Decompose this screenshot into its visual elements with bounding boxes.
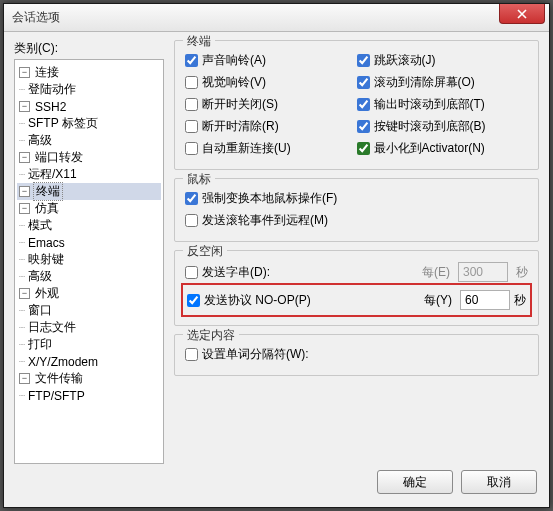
tree-leaf-icon: ┈ bbox=[19, 220, 24, 231]
tree-advanced2[interactable]: ┈高级 bbox=[17, 268, 161, 285]
dialog-footer: 确定 取消 bbox=[4, 464, 549, 500]
chk-clear-on-disc[interactable]: 断开时清除(R) bbox=[185, 115, 357, 137]
tree-file-transfer[interactable]: −文件传输 bbox=[17, 370, 161, 387]
highlight-box: 发送协议 NO-OP(P) 每(Y) 秒 bbox=[181, 283, 532, 317]
chk-visual-bell[interactable]: 视觉响铃(V) bbox=[185, 71, 357, 93]
close-icon bbox=[517, 9, 527, 19]
tree-login-action[interactable]: ┈登陆动作 bbox=[17, 81, 161, 98]
group-title-mouse: 鼠标 bbox=[183, 171, 215, 188]
chk-clear-on-scroll[interactable]: 滚动到清除屏幕(O) bbox=[357, 71, 529, 93]
input-interval-e bbox=[458, 262, 508, 282]
group-title-terminal: 终端 bbox=[183, 33, 215, 50]
tree-leaf-icon: ┈ bbox=[19, 356, 24, 367]
group-selection: 选定内容 设置单词分隔符(W): bbox=[174, 334, 539, 376]
chk-send-scroll-remote[interactable]: 发送滚轮事件到远程(M) bbox=[185, 209, 528, 231]
chk-scroll-bottom-out-box[interactable] bbox=[357, 98, 370, 111]
tree-appearance[interactable]: −外观 bbox=[17, 285, 161, 302]
collapse-icon[interactable]: − bbox=[19, 67, 30, 78]
chk-jump-scroll-box[interactable] bbox=[357, 54, 370, 67]
chk-visual-bell-box[interactable] bbox=[185, 76, 198, 89]
tree-leaf-icon: ┈ bbox=[19, 322, 24, 333]
collapse-icon[interactable]: − bbox=[19, 101, 30, 112]
dialog-window: 会话选项 类别(C): −连接 ┈登陆动作 −SSH2 ┈SFTP bbox=[3, 3, 550, 508]
tree-log-file[interactable]: ┈日志文件 bbox=[17, 319, 161, 336]
tree-advanced[interactable]: ┈高级 bbox=[17, 132, 161, 149]
tree-leaf-icon: ┈ bbox=[19, 339, 24, 350]
chk-force-local-mouse-box[interactable] bbox=[185, 192, 198, 205]
collapse-icon[interactable]: − bbox=[19, 373, 30, 384]
lbl-send-protocol: 发送协议 NO-OP(P) bbox=[204, 292, 311, 309]
chk-send-string-box[interactable] bbox=[185, 266, 198, 279]
unit-sec-2: 秒 bbox=[514, 292, 526, 309]
tree-emacs[interactable]: ┈Emacs bbox=[17, 234, 161, 251]
chk-word-delim[interactable]: 设置单词分隔符(W): bbox=[185, 343, 528, 365]
chk-clear-on-scroll-box[interactable] bbox=[357, 76, 370, 89]
cancel-button[interactable]: 取消 bbox=[461, 470, 537, 494]
group-title-anti-idle: 反空闲 bbox=[183, 243, 227, 260]
input-interval-y[interactable] bbox=[460, 290, 510, 310]
lbl-every-y: 每(Y) bbox=[424, 292, 452, 309]
chk-scroll-bottom-key[interactable]: 按键时滚动到底部(B) bbox=[357, 115, 529, 137]
group-title-selection: 选定内容 bbox=[183, 327, 239, 344]
chk-auto-reconnect-box[interactable] bbox=[185, 142, 198, 155]
tree-connection[interactable]: −连接 bbox=[17, 64, 161, 81]
chk-scroll-bottom-out[interactable]: 输出时滚动到底部(T) bbox=[357, 93, 529, 115]
unit-sec-1: 秒 bbox=[516, 264, 528, 281]
group-anti-idle: 反空闲 发送字串(D): 每(E) 秒 发送协议 NO-OP(P) 每(Y) bbox=[174, 250, 539, 326]
group-mouse: 鼠标 强制变换本地鼠标操作(F) 发送滚轮事件到远程(M) bbox=[174, 178, 539, 242]
tree-terminal[interactable]: −终端 bbox=[17, 183, 161, 200]
chk-audio-bell[interactable]: 声音响铃(A) bbox=[185, 49, 357, 71]
window-title: 会话选项 bbox=[12, 9, 60, 26]
tree-ftp-sftp[interactable]: ┈FTP/SFTP bbox=[17, 387, 161, 404]
tree-emulation[interactable]: −仿真 bbox=[17, 200, 161, 217]
lbl-every-e: 每(E) bbox=[422, 264, 450, 281]
tree-sftp-tab[interactable]: ┈SFTP 标签页 bbox=[17, 115, 161, 132]
tree-window[interactable]: ┈窗口 bbox=[17, 302, 161, 319]
chk-min-to-activator-box[interactable] bbox=[357, 142, 370, 155]
chk-scroll-bottom-key-box[interactable] bbox=[357, 120, 370, 133]
tree-leaf-icon: ┈ bbox=[19, 390, 24, 401]
chk-force-local-mouse[interactable]: 强制变换本地鼠标操作(F) bbox=[185, 187, 528, 209]
chk-close-on-disc-box[interactable] bbox=[185, 98, 198, 111]
tree-map-keys[interactable]: ┈映射键 bbox=[17, 251, 161, 268]
tree-leaf-icon: ┈ bbox=[19, 254, 24, 265]
tree-print[interactable]: ┈打印 bbox=[17, 336, 161, 353]
chk-send-protocol-box[interactable] bbox=[187, 294, 200, 307]
tree-leaf-icon: ┈ bbox=[19, 271, 24, 282]
category-label: 类别(C): bbox=[14, 40, 164, 57]
tree-leaf-icon: ┈ bbox=[19, 305, 24, 316]
chk-close-on-disc[interactable]: 断开时关闭(S) bbox=[185, 93, 357, 115]
chk-auto-reconnect[interactable]: 自动重新连接(U) bbox=[185, 137, 357, 159]
chk-audio-bell-box[interactable] bbox=[185, 54, 198, 67]
collapse-icon[interactable]: − bbox=[19, 288, 30, 299]
chk-jump-scroll[interactable]: 跳跃滚动(J) bbox=[357, 49, 529, 71]
ok-button[interactable]: 确定 bbox=[377, 470, 453, 494]
close-button[interactable] bbox=[499, 4, 545, 24]
group-terminal: 终端 声音响铃(A) 跳跃滚动(J) 视觉响铃(V) 滚动到清除屏幕(O) 断开… bbox=[174, 40, 539, 170]
tree-leaf-icon: ┈ bbox=[19, 169, 24, 180]
collapse-icon[interactable]: − bbox=[19, 203, 30, 214]
tree-leaf-icon: ┈ bbox=[19, 237, 24, 248]
chk-min-to-activator[interactable]: 最小化到Activator(N) bbox=[357, 137, 529, 159]
tree-xyzmodem[interactable]: ┈X/Y/Zmodem bbox=[17, 353, 161, 370]
tree-port-forward[interactable]: −端口转发 bbox=[17, 149, 161, 166]
category-tree[interactable]: −连接 ┈登陆动作 −SSH2 ┈SFTP 标签页 ┈高级 bbox=[14, 59, 164, 464]
tree-leaf-icon: ┈ bbox=[19, 84, 24, 95]
tree-leaf-icon: ┈ bbox=[19, 118, 24, 129]
collapse-icon[interactable]: − bbox=[19, 186, 30, 197]
tree-remote-x11[interactable]: ┈远程/X11 bbox=[17, 166, 161, 183]
chk-clear-on-disc-box[interactable] bbox=[185, 120, 198, 133]
titlebar[interactable]: 会话选项 bbox=[4, 4, 549, 32]
tree-leaf-icon: ┈ bbox=[19, 135, 24, 146]
collapse-icon[interactable]: − bbox=[19, 152, 30, 163]
chk-word-delim-box[interactable] bbox=[185, 348, 198, 361]
tree-mode[interactable]: ┈模式 bbox=[17, 217, 161, 234]
tree-ssh2[interactable]: −SSH2 bbox=[17, 98, 161, 115]
lbl-send-string: 发送字串(D): bbox=[202, 264, 270, 281]
chk-send-scroll-remote-box[interactable] bbox=[185, 214, 198, 227]
